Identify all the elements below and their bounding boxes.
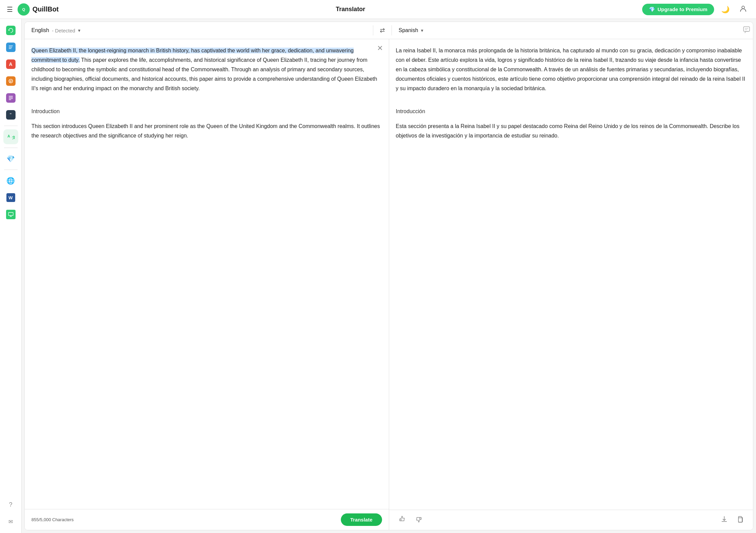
sidebar-item-word[interactable]: W [3,190,18,205]
svg-rect-4 [9,47,12,48]
target-language-selector[interactable]: Spanish ▾ [392,22,740,39]
delete-source-button[interactable] [377,45,383,53]
logo[interactable]: Q QuillBot [18,3,59,16]
sidebar-divider-2 [4,148,18,148]
svg-rect-8 [9,96,13,97]
menu-icon[interactable]: ☰ [7,5,13,14]
dark-mode-button[interactable]: 🌙 [720,3,732,16]
source-lang-chevron: ▾ [78,28,80,33]
sidebar-item-premium[interactable]: 💎 [3,151,18,166]
char-count-value: 855 [31,517,39,522]
sidebar-item-desktop[interactable] [3,207,18,222]
svg-text:P: P [9,80,11,83]
source-text-area[interactable]: Queen Elizabeth II, the longest-reigning… [25,39,389,530]
source-section-text: This section introduces Queen Elizabeth … [31,122,382,141]
upgrade-icon: 💎 [649,6,655,12]
sidebar-bottom: ? ✉ [3,497,18,529]
svg-rect-5 [9,48,11,49]
dark-mode-icon: 🌙 [721,5,730,14]
translate-button[interactable]: Translate [341,513,382,526]
translator-header: English - Detected ▾ Spanish ▾ [25,22,753,39]
svg-rect-22 [420,517,421,519]
source-language-selector[interactable]: English - Detected ▾ [25,22,373,39]
svg-rect-15 [8,212,13,215]
source-lang-label: English [31,27,49,33]
swap-languages-button[interactable] [373,24,392,37]
sidebar-item-plagiarism[interactable]: P [3,74,18,88]
upgrade-button[interactable]: 💎 Upgrade to Premium [642,4,714,15]
thumbs-up-button[interactable] [396,514,409,526]
desktop-icon [6,210,16,219]
svg-point-2 [742,6,745,9]
download-button[interactable] [718,514,731,526]
svg-rect-9 [9,97,13,98]
sidebar-divider-3 [4,170,18,170]
topnav-left: ☰ Q QuillBot [7,3,59,16]
logo-icon: Q [18,3,30,16]
target-lang-label: Spanish [399,27,418,33]
source-lang-detected: - Detected [52,28,75,33]
content-area: English - Detected ▾ Spanish ▾ [24,22,753,530]
char-count: 855/5,000 Characters [31,517,74,522]
target-paragraph-1: La reina Isabel II, la monarca más prolo… [396,46,747,93]
svg-rect-3 [9,46,13,46]
essay-icon [6,93,16,103]
char-limit-value: 5,000 [40,517,51,522]
sidebar-divider-1 [4,126,18,126]
topnav: ☰ Q QuillBot Translator 💎 Upgrade to Pre… [0,0,756,19]
source-section-heading: Introduction [31,107,382,116]
help-icon: ? [9,501,12,508]
svg-text:A: A [7,134,10,138]
target-lang-chevron: ▾ [421,28,423,33]
chrome-icon: 🌐 [6,177,15,185]
source-footer: 855/5,000 Characters Translate [25,509,389,530]
profile-button[interactable] [737,3,749,16]
target-actions-right [718,514,746,526]
translator-body: Queen Elizabeth II, the longest-reigning… [25,39,753,530]
chat-icon-button[interactable] [740,23,753,38]
thumbs-down-button[interactable] [412,514,425,526]
svg-rect-10 [9,98,13,99]
target-footer [389,510,753,530]
logo-text: QuillBot [32,5,59,13]
word-icon: W [6,193,15,202]
sidebar-item-grammar[interactable]: A [3,57,18,72]
sidebar-item-translator[interactable]: A → 文 [3,129,18,144]
topnav-right: 💎 Upgrade to Premium 🌙 [642,3,749,16]
source-paragraph-1: Queen Elizabeth II, the longest-reigning… [31,46,382,93]
svg-rect-23 [738,518,742,522]
source-rest-text: This paper explores the life, accomplish… [31,57,377,91]
sidebar-item-summarize[interactable] [3,40,18,55]
contact-icon: ✉ [8,518,13,525]
copy-button[interactable] [733,514,746,526]
main-layout: A P " [0,19,756,533]
target-text-area: La reina Isabel II, la monarca más prolo… [389,39,753,530]
target-section-heading: Introducción [396,107,747,116]
sidebar-item-chrome[interactable]: 🌐 [3,173,18,188]
plagiarism-icon: P [6,76,16,86]
svg-rect-21 [400,519,401,521]
sidebar-item-essay[interactable] [3,91,18,105]
premium-icon: 💎 [6,155,15,163]
sidebar-item-citations[interactable]: " [3,107,18,122]
svg-text:文: 文 [12,135,15,139]
target-panel: La reina Isabel II, la monarca más prolo… [389,39,753,530]
upgrade-label: Upgrade to Premium [657,6,707,12]
sidebar-item-contact[interactable]: ✉ [3,514,18,529]
target-section-text: Esta sección presenta a la Reina Isabel … [396,122,747,141]
sidebar-item-help[interactable]: ? [3,497,18,512]
translator-icon: A → 文 [7,132,15,142]
svg-text:Q: Q [22,7,25,11]
svg-rect-18 [744,27,750,31]
citations-icon: " [6,110,16,120]
source-panel: Queen Elizabeth II, the longest-reigning… [25,39,389,530]
char-label: Characters [52,517,74,522]
svg-rect-11 [9,100,11,100]
grammar-icon: A [6,59,16,69]
sidebar-item-paraphrase[interactable] [3,23,18,38]
page-title: Translator [336,6,365,13]
profile-icon [739,5,747,14]
summarize-icon [6,43,16,52]
paraphrase-icon [6,26,16,35]
sidebar: A P " [0,19,22,533]
